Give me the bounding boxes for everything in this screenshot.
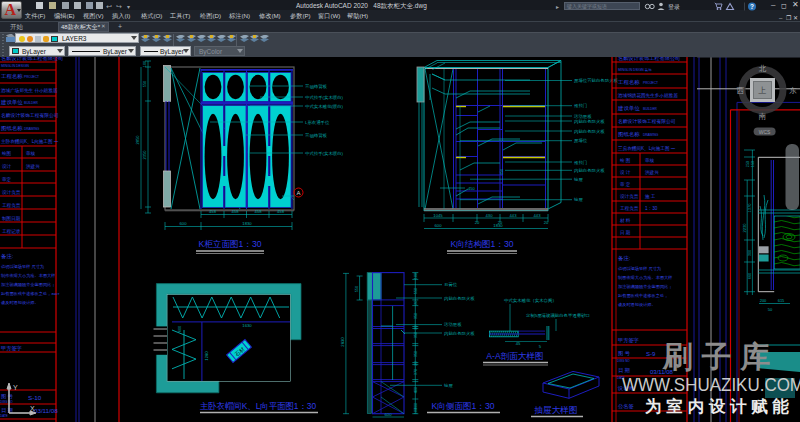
svg-text:设 计: 设 计 (620, 169, 631, 175)
svg-text:请及时通知设计师。: 请及时通知设计师。 (1, 300, 39, 305)
svg-text:三房衣帽间K、L向施工图 一: 三房衣帽间K、L向施工图 一 (618, 145, 676, 152)
svg-text:1830: 1830 (242, 221, 252, 226)
svg-text:1045: 1045 (433, 213, 443, 218)
svg-text:设计负责: 设计负责 (2, 189, 21, 195)
svg-text:600: 600 (435, 223, 443, 228)
svg-text:S-10: S-10 (28, 394, 42, 401)
svg-text:西: 西 (737, 86, 745, 95)
svg-text:K柜立面图1：30: K柜立面图1：30 (198, 239, 261, 249)
svg-text:DWG NO: DWG NO (0, 400, 13, 404)
svg-text:施 工: 施 工 (644, 193, 656, 199)
svg-text:615: 615 (778, 298, 785, 303)
svg-text:名麟设计装饰工程有限公司: 名麟设计装饰工程有限公司 (618, 118, 676, 125)
svg-text:2350: 2350 (142, 150, 147, 160)
svg-text:660: 660 (747, 272, 752, 279)
svg-text:450: 450 (468, 186, 475, 191)
svg-text:300: 300 (747, 249, 752, 256)
svg-text:内贴白色防火板: 内贴白色防火板 (444, 296, 475, 301)
svg-text:MINGLIN DESIGN: MINGLIN DESIGN (1, 64, 30, 68)
svg-text:03/11/08: 03/11/08 (34, 407, 58, 414)
svg-text:DRAWING: DRAWING (643, 133, 659, 137)
svg-text:458: 458 (232, 209, 240, 214)
svg-text:内贴白色防火板: 内贴白色防火板 (444, 331, 475, 336)
svg-text:S-9: S-9 (646, 351, 656, 357)
svg-text:443: 443 (510, 213, 518, 218)
svg-text:日 期: 日 期 (1, 407, 13, 413)
svg-text:458: 458 (255, 209, 263, 214)
svg-text:设计: 设计 (2, 163, 12, 169)
svg-text:443: 443 (534, 213, 542, 218)
svg-text:上: 上 (758, 86, 767, 95)
svg-text:1：30: 1：30 (645, 206, 658, 211)
svg-text:PROJECT: PROJECT (643, 81, 658, 85)
svg-text:原墙位: 原墙位 (574, 138, 588, 143)
svg-text:工程名称: 工程名称 (618, 79, 640, 85)
svg-text:港城广场郑先生 什小姐雅居: 港城广场郑先生 什小姐雅居 (0, 87, 58, 94)
svg-text:审核: 审核 (26, 151, 36, 156)
svg-text:抽屉: 抽屉 (573, 177, 583, 182)
svg-text:550: 550 (354, 285, 359, 292)
svg-text:中式拉手(实木喷白): 中式拉手(实木喷白) (305, 151, 344, 156)
svg-text:K向结构图1：30: K向结构图1：30 (450, 239, 513, 249)
svg-text:制作依据大小为准。本图大样: 制作依据大小为准。本图大样 (1, 273, 55, 278)
svg-text:350: 350 (499, 168, 504, 175)
svg-text:工程负责: 工程负责 (620, 205, 639, 211)
svg-text:日 期: 日 期 (618, 367, 630, 373)
svg-text:主卧衣帽间K、L向施工图 一: 主卧衣帽间K、L向施工图 一 (1, 138, 59, 145)
svg-text:公名签: 公名签 (618, 403, 634, 410)
svg-text:工程负责: 工程负责 (2, 202, 21, 208)
svg-text:1830: 1830 (493, 223, 503, 228)
svg-text:550: 550 (413, 287, 418, 294)
svg-text:550: 550 (142, 80, 147, 87)
svg-text:推拉门: 推拉门 (573, 103, 587, 108)
svg-text:2850: 2850 (135, 135, 140, 145)
svg-text:内贴白色防火板: 内贴白色防火板 (574, 168, 605, 173)
svg-text:MINGLIN DSIGN 装饰: MINGLIN DSIGN 装饰 (618, 68, 652, 72)
svg-text:X: X (30, 405, 35, 412)
svg-text:Y: Y (13, 384, 18, 391)
svg-text:458: 458 (209, 209, 217, 214)
svg-text:BUILDER: BUILDER (24, 101, 39, 105)
svg-text:100: 100 (413, 407, 418, 414)
svg-text:430: 430 (486, 213, 494, 218)
svg-text:1630: 1630 (242, 323, 252, 328)
svg-text:甲方签字: 甲方签字 (1, 345, 22, 352)
svg-text:图 号: 图 号 (618, 350, 630, 356)
svg-text:600: 600 (385, 412, 393, 417)
svg-text:45: 45 (516, 341, 521, 346)
svg-text:审核: 审核 (645, 158, 655, 163)
svg-text:抽屉大样图: 抽屉大样图 (534, 405, 578, 415)
svg-text:A-A剖面大样图: A-A剖面大样图 (486, 351, 543, 361)
svg-text:?: ? (750, 3, 754, 10)
svg-text:600: 600 (180, 221, 188, 226)
svg-text:内贴白色防火板: 内贴白色防火板 (574, 129, 605, 134)
svg-text:2830: 2830 (340, 337, 345, 347)
svg-text:中式拉手(实木喷白): 中式拉手(实木喷白) (305, 95, 344, 100)
svg-text:DWG NO: DWG NO (617, 359, 630, 363)
svg-text:350: 350 (413, 331, 418, 338)
svg-text:150: 150 (751, 161, 755, 167)
svg-text:370: 370 (413, 368, 418, 375)
svg-text:350: 350 (413, 350, 418, 357)
svg-text:100: 100 (142, 60, 147, 67)
svg-text:建设单位: 建设单位 (0, 99, 23, 106)
svg-text:600: 600 (177, 325, 182, 332)
svg-text:名麟设计装饰工程有限公司: 名麟设计装饰工程有限公司 (1, 112, 59, 119)
svg-text:主卧衣帽间K、L向平面图1：30: 主卧衣帽间K、L向平面图1：30 (200, 401, 317, 411)
svg-text:北: 北 (759, 64, 767, 73)
svg-text:抽屉: 抽屉 (443, 383, 453, 388)
svg-text:50: 50 (768, 307, 773, 312)
svg-text:推拉门: 推拉门 (573, 160, 587, 165)
svg-text:东: 东 (789, 86, 797, 95)
svg-text:港城锦绣花园先生多小姐雅居: 港城锦绣花园先生多小姐雅居 (617, 92, 678, 99)
svg-text:A: A (296, 190, 300, 196)
svg-text:内贴白色防火板: 内贴白色防火板 (574, 119, 605, 124)
svg-text:PROJECT: PROJECT (24, 75, 39, 79)
svg-text:甲方签字: 甲方签字 (618, 337, 639, 344)
svg-text:工程名称: 工程名称 (1, 73, 23, 79)
svg-text:2230: 2230 (742, 223, 747, 233)
svg-text:458: 458 (277, 209, 285, 214)
svg-text:WWW.SHUAZIKU.COM: WWW.SHUAZIKU.COM (622, 375, 800, 395)
svg-text:工程记录: 工程记录 (2, 228, 21, 235)
svg-text:活动层板: 活动层板 (443, 322, 462, 327)
